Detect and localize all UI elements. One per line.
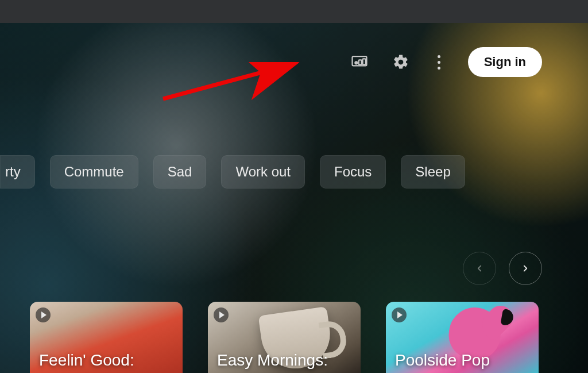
more-options-icon[interactable] <box>432 53 446 71</box>
playlist-title: Easy Mornings: <box>217 351 328 370</box>
svg-rect-3 <box>362 59 365 64</box>
mood-chip-commute[interactable]: Commute <box>50 155 138 189</box>
cast-devices-icon[interactable] <box>350 52 369 72</box>
play-icon <box>36 307 51 322</box>
settings-gear-icon[interactable] <box>391 52 411 72</box>
mood-chip-row: rty Commute Sad Work out Focus Sleep <box>0 155 465 189</box>
playlist-card-row: Feelin' Good: Easy Mornings: Poolside Po… <box>30 302 539 373</box>
app-viewport: Sign in rty Commute Sad Work out Focus S… <box>0 23 588 373</box>
browser-chrome-bar <box>0 0 588 23</box>
playlist-title: Feelin' Good: <box>39 351 134 370</box>
mood-chip-work-out[interactable]: Work out <box>221 155 305 189</box>
mood-chip-party[interactable]: rty <box>0 155 35 189</box>
mood-chip-sleep[interactable]: Sleep <box>401 155 465 189</box>
playlist-card[interactable]: Poolside Pop <box>386 302 539 373</box>
sign-in-button[interactable]: Sign in <box>468 47 542 77</box>
playlist-card[interactable]: Feelin' Good: <box>30 302 183 373</box>
mood-chip-sad[interactable]: Sad <box>153 155 207 189</box>
top-action-bar: Sign in <box>350 47 542 77</box>
mood-chip-focus[interactable]: Focus <box>320 155 386 189</box>
carousel-next-button[interactable] <box>509 252 542 285</box>
carousel-nav <box>463 252 542 285</box>
svg-point-1 <box>355 61 357 64</box>
playlist-card[interactable]: Easy Mornings: <box>208 302 361 373</box>
play-icon <box>392 307 407 322</box>
playlist-title: Poolside Pop <box>395 351 490 370</box>
carousel-prev-button[interactable] <box>463 252 496 285</box>
play-icon <box>214 307 229 322</box>
svg-rect-2 <box>358 60 361 64</box>
